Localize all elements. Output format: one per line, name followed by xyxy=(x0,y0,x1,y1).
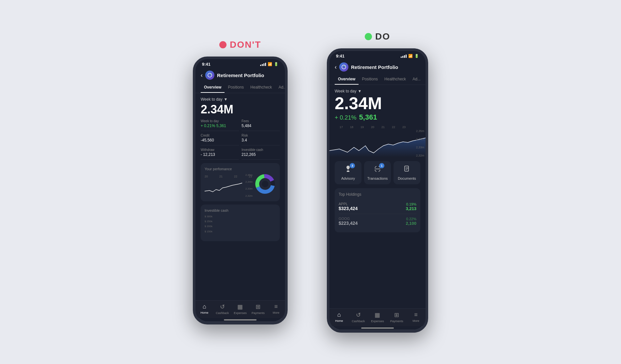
content-dont: Week to day ▼ 2.34M Week to day + 0.21% … xyxy=(195,93,285,300)
stat-value-3: 3.4 xyxy=(242,138,280,142)
portfolio-icon-do xyxy=(339,62,348,72)
holding-appl: APPL $323,424 0.19% 3,213 xyxy=(339,199,416,214)
nav-payments-label-do: Payments xyxy=(390,320,403,323)
stat-value-4: - 12,213 xyxy=(201,152,239,157)
dont-phone: 9:41 📶 🔋 ‹ Retirement Portfolio O xyxy=(193,57,288,324)
cash-card-content: $ 300k $ 250k $ 200k $ 150k xyxy=(205,215,276,237)
perf-card-title: Your perfomance xyxy=(205,167,276,171)
holding-appl-value: $323,424 xyxy=(339,206,358,211)
stat-label-2: Credit xyxy=(201,134,239,137)
chart-right-labels: 2,35m 2,34m 2,33m 2,32m xyxy=(245,174,253,197)
status-time-dont: 9:41 xyxy=(202,62,210,67)
battery-icon-do: 🔋 xyxy=(414,54,419,58)
holding-goog-pct: 0.22% xyxy=(406,217,416,221)
home-indicator-do xyxy=(361,327,394,329)
main-value-do: 2.34M xyxy=(335,95,420,112)
holding-appl-left: APPL $323,424 xyxy=(339,202,358,211)
back-button-dont[interactable]: ‹ xyxy=(201,72,203,79)
cashback-icon: ↺ xyxy=(220,303,225,310)
chart-x-labels-do: 17 18 19 20 21 22 23 xyxy=(329,125,426,129)
gain-percent: + 0.21% xyxy=(335,114,357,121)
holding-appl-pct: 0.19% xyxy=(406,202,416,206)
nav-home-label-do: Home xyxy=(335,319,343,323)
holding-appl-name: APPL xyxy=(339,202,358,206)
period-label-dont: Week to day ▼ xyxy=(201,97,280,102)
dont-label: DON'T xyxy=(230,40,261,50)
cashback-icon-do: ↺ xyxy=(356,311,361,319)
stats-grid-dont: Week to day + 0.21% 5,361 Fees 5,484 Cre… xyxy=(201,119,280,160)
nav-cashback-label: Cashback xyxy=(216,311,229,315)
nav-more-dont[interactable]: ≡ More xyxy=(267,303,285,315)
documents-icon xyxy=(403,165,411,174)
holding-goog-value: $223,424 xyxy=(339,221,358,226)
nav-home-do[interactable]: ⌂ Home xyxy=(329,311,349,323)
home-icon: ⌂ xyxy=(203,303,206,310)
do-dot xyxy=(365,33,372,40)
tab-overview-do[interactable]: Overview xyxy=(335,74,359,85)
nav-expenses-label: Expenses xyxy=(234,311,247,315)
nav-more-label-do: More xyxy=(412,319,419,323)
perf-chart: 20 21 22 23 2,35m 2,34m 2,33m 2,32m xyxy=(205,174,252,197)
holding-goog-left: GOOG $223,424 xyxy=(339,217,358,226)
do-label: DO xyxy=(375,31,390,42)
nav-expenses-do[interactable]: ▦ Expenses xyxy=(368,311,387,323)
holdings-title: Top Holdings xyxy=(339,192,416,197)
holdings-card-do: Top Holdings APPL $323,424 0.19% 3,213 G… xyxy=(335,188,420,232)
stat-value-5: 212,265 xyxy=(242,152,280,157)
stat-label-3: Risk xyxy=(242,134,280,137)
status-bar-dont: 9:41 📶 🔋 xyxy=(195,59,285,68)
dont-section: DON'T 9:41 📶 🔋 ‹ Retirement Port xyxy=(193,40,288,324)
gain-value: 5,361 xyxy=(359,113,377,122)
status-time-do: 9:41 xyxy=(336,54,344,58)
advisory-button[interactable]: 3 Advisory xyxy=(335,161,361,184)
tab-positions-do[interactable]: Positions xyxy=(359,74,381,85)
status-bar-do: 9:41 📶 🔋 xyxy=(329,51,426,60)
dont-label-row: DON'T xyxy=(219,40,261,50)
svg-point-6 xyxy=(342,65,346,69)
battery-icon: 🔋 xyxy=(274,62,278,66)
wifi-icon-do: 📶 xyxy=(408,54,413,58)
tabs-do: Overview Positions Healthcheck Ad... xyxy=(329,74,426,85)
holding-appl-gain: 3,213 xyxy=(406,206,416,211)
stat-risk: Risk 3.4 xyxy=(242,134,280,145)
stat-value-2: -45,560 xyxy=(201,138,239,142)
nav-payments-dont[interactable]: ⊞ Payments xyxy=(249,303,267,315)
nav-home-dont[interactable]: ⌂ Home xyxy=(195,303,213,315)
stat-fees: Fees 5,484 xyxy=(242,119,280,131)
home-icon-do: ⌂ xyxy=(337,311,341,318)
tab-advisory-dont[interactable]: Ad... xyxy=(275,82,288,93)
nav-more-do[interactable]: ≡ More xyxy=(406,311,426,323)
nav-expenses-dont[interactable]: ▦ Expenses xyxy=(231,303,249,315)
tab-healthcheck-do[interactable]: Healthcheck xyxy=(381,74,409,85)
tab-advisory-do[interactable]: Ad... xyxy=(409,74,424,85)
tab-positions-dont[interactable]: Positions xyxy=(225,82,247,93)
tab-healthcheck-dont[interactable]: Healthcheck xyxy=(247,82,275,93)
nav-cashback-do[interactable]: ↺ Cashback xyxy=(349,311,368,323)
holding-goog-right: 0.22% 2,100 xyxy=(406,217,416,226)
stat-value-0: + 0.21% 5,361 xyxy=(201,124,239,128)
content-do: Week to day ▼ 2.34M + 0.21% 5,361 17 18 … xyxy=(329,85,426,308)
transactions-badge: 1 xyxy=(379,163,384,168)
do-label-row: DO xyxy=(365,31,390,42)
nav-payments-do[interactable]: ⊞ Payments xyxy=(387,311,406,323)
nav-cashback-dont[interactable]: ↺ Cashback xyxy=(213,303,231,315)
tab-overview-dont[interactable]: Overview xyxy=(201,82,225,93)
dont-dot xyxy=(219,41,227,48)
back-button-do[interactable]: ‹ xyxy=(335,64,337,71)
header-title-dont: Retirement Portfolio xyxy=(217,73,280,78)
more-icon: ≡ xyxy=(274,303,278,310)
action-row-do: 3 Advisory 1 xyxy=(335,161,420,184)
holding-goog: GOOG $223,424 0.22% 2,100 xyxy=(339,214,416,228)
bar-chart-dont xyxy=(214,218,222,237)
nav-payments-label: Payments xyxy=(252,311,265,315)
documents-button[interactable]: Documents xyxy=(394,161,420,184)
expenses-icon-do: ▦ xyxy=(375,311,380,319)
do-section: DO 9:41 📶 🔋 ‹ Retirement Portfol xyxy=(327,31,428,333)
stat-investible: Investible cash 212,265 xyxy=(242,148,280,160)
stat-value-1: 5,484 xyxy=(242,124,280,128)
bottom-nav-dont: ⌂ Home ↺ Cashback ▦ Expenses ⊞ Payments … xyxy=(195,300,285,318)
transactions-button[interactable]: 1 Transactions xyxy=(364,161,391,184)
main-value-dont: 2.34M xyxy=(201,103,280,116)
stat-week-to-day: Week to day + 0.21% 5,361 xyxy=(201,119,239,131)
tabs-dont: Overview Positions Healthcheck Ad... xyxy=(195,82,285,93)
